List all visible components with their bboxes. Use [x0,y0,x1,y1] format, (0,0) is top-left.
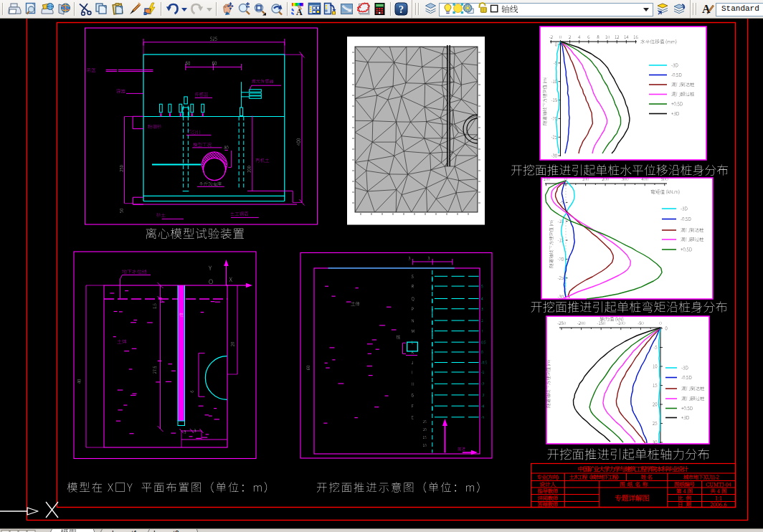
svg-text:Layout2: Layout2 [153,530,179,532]
svg-text:A: A [702,3,711,15]
svg-text:Layout1: Layout1 [112,530,138,532]
